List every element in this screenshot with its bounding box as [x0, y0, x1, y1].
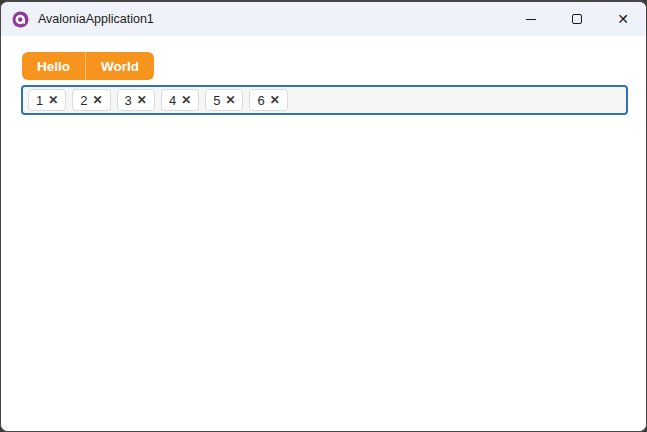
chip-1[interactable]: 1 ✕ [28, 89, 66, 111]
chip-6[interactable]: 6 ✕ [249, 89, 287, 111]
chip-label: 6 [257, 93, 264, 108]
hello-button[interactable]: Hello [22, 52, 85, 80]
main-content: Hello World 1 ✕ 2 ✕ 3 ✕ 4 ✕ 5 ✕ [1, 36, 646, 431]
chip-3[interactable]: 3 ✕ [117, 89, 155, 111]
chip-label: 4 [169, 93, 176, 108]
chip-close-icon[interactable]: ✕ [137, 94, 147, 106]
chip-label: 5 [213, 93, 220, 108]
titlebar-controls: ✕ [508, 2, 646, 36]
chip-label: 2 [80, 93, 87, 108]
app-window: AvaloniaApplication1 ✕ Hello World 1 ✕ [0, 0, 647, 432]
maximize-icon [572, 14, 582, 24]
chip-label: 1 [36, 93, 43, 108]
window-title: AvaloniaApplication1 [38, 12, 154, 26]
chip-close-icon[interactable]: ✕ [225, 94, 235, 106]
segmented-button-group: Hello World [22, 52, 154, 80]
minimize-button[interactable] [508, 2, 554, 36]
close-button[interactable]: ✕ [600, 2, 646, 36]
maximize-button[interactable] [554, 2, 600, 36]
chip-4[interactable]: 4 ✕ [161, 89, 199, 111]
chip-label: 3 [125, 93, 132, 108]
titlebar: AvaloniaApplication1 ✕ [1, 2, 646, 36]
world-button[interactable]: World [86, 52, 154, 80]
chip-close-icon[interactable]: ✕ [93, 94, 103, 106]
minimize-icon [526, 19, 536, 20]
chip-close-icon[interactable]: ✕ [48, 94, 58, 106]
avalonia-logo-icon [12, 11, 29, 28]
chip-input[interactable]: 1 ✕ 2 ✕ 3 ✕ 4 ✕ 5 ✕ 6 ✕ [21, 85, 628, 115]
chip-5[interactable]: 5 ✕ [205, 89, 243, 111]
chip-2[interactable]: 2 ✕ [72, 89, 110, 111]
chip-close-icon[interactable]: ✕ [270, 94, 280, 106]
chip-close-icon[interactable]: ✕ [181, 94, 191, 106]
close-icon: ✕ [617, 12, 629, 26]
